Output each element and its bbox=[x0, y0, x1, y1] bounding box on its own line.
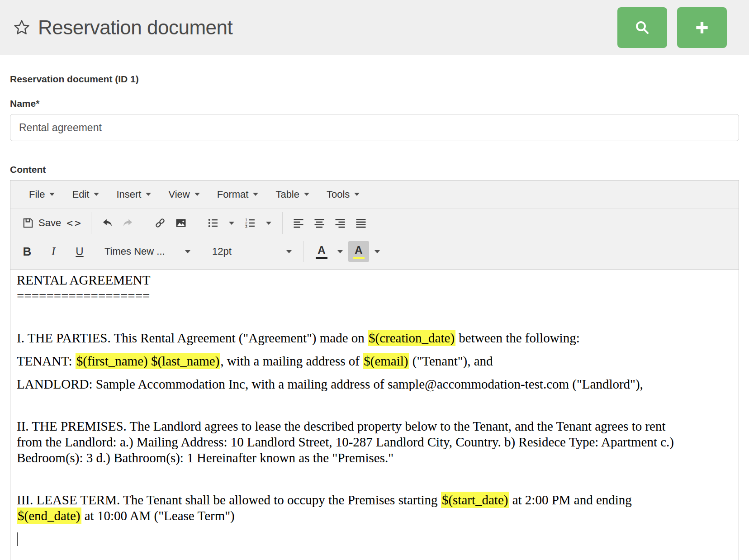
document-paragraph: I. THE PARTIES. This Rental Agreement ("… bbox=[17, 330, 684, 346]
menu-edit[interactable]: Edit bbox=[63, 180, 108, 208]
template-variable: $(email) bbox=[363, 353, 409, 369]
chevron-down-icon bbox=[304, 193, 309, 196]
editor-toolbar-row1: Save <> bbox=[10, 209, 739, 237]
document-paragraph bbox=[17, 311, 684, 323]
align-justify-icon bbox=[355, 217, 367, 229]
document-paragraph: ================== bbox=[17, 288, 684, 304]
document-text: between the following: bbox=[455, 331, 580, 345]
italic-button[interactable]: I bbox=[40, 241, 66, 262]
insert-link-button[interactable] bbox=[150, 213, 171, 233]
document-paragraph bbox=[17, 399, 684, 411]
chevron-down-icon bbox=[354, 193, 360, 196]
text-cursor bbox=[17, 532, 18, 546]
document-text: RENTAL AGREEMENT bbox=[17, 273, 150, 287]
svg-text:3: 3 bbox=[245, 224, 247, 229]
menu-table-label: Table bbox=[275, 189, 299, 200]
align-left-button[interactable] bbox=[288, 213, 309, 233]
menu-view-label: View bbox=[168, 189, 190, 200]
document-text: ================== bbox=[17, 289, 150, 303]
numbered-list-icon: 123 bbox=[244, 217, 256, 229]
chevron-down-icon bbox=[229, 222, 234, 225]
chevron-down-icon bbox=[374, 250, 380, 253]
redo-icon bbox=[122, 217, 134, 229]
menu-format-label: Format bbox=[217, 189, 249, 200]
background-color-swatch bbox=[353, 257, 365, 259]
save-button[interactable]: Save bbox=[19, 213, 64, 233]
page-header: Reservation document bbox=[0, 0, 749, 55]
bullet-list-dropdown[interactable] bbox=[223, 213, 240, 233]
toolbar-group-save: Save <> bbox=[14, 212, 91, 234]
document-paragraph: TENANT: $(first_name) $(last_name), with… bbox=[17, 353, 684, 369]
source-code-icon: <> bbox=[66, 217, 83, 229]
document-paragraph: LANDLORD: Sample Accommodation Inc, with… bbox=[17, 376, 684, 392]
menu-view[interactable]: View bbox=[160, 180, 208, 208]
favorite-toggle[interactable] bbox=[13, 19, 31, 37]
menu-insert[interactable]: Insert bbox=[108, 180, 160, 208]
document-text: , with a mailing address of bbox=[220, 354, 363, 368]
align-center-button[interactable] bbox=[309, 213, 330, 233]
add-button[interactable] bbox=[677, 7, 727, 48]
page-title: Reservation document bbox=[38, 16, 232, 39]
chevron-down-icon bbox=[49, 193, 55, 196]
toolbar-group-align bbox=[282, 212, 377, 234]
insert-image-button[interactable] bbox=[171, 213, 191, 233]
template-variable: $(end_date) bbox=[17, 508, 81, 524]
document-text: TENANT: bbox=[17, 354, 76, 368]
toolbar-separator bbox=[303, 241, 304, 262]
redo-button[interactable] bbox=[118, 213, 138, 233]
editor-toolbar-row2: B I U Times New ... 12pt A A bbox=[10, 237, 739, 269]
main-content: Reservation document (ID 1) Name* Conten… bbox=[0, 73, 749, 560]
font-family-select[interactable]: Times New ... bbox=[100, 241, 195, 262]
menu-file-label: File bbox=[29, 189, 45, 200]
header-actions bbox=[617, 7, 727, 48]
document-paragraph: II. THE PREMISES. The Landlord agrees to… bbox=[17, 418, 684, 466]
document-text: LANDLORD: Sample Accommodation Inc, with… bbox=[17, 377, 643, 391]
underline-button[interactable]: U bbox=[66, 241, 93, 262]
bullet-list-button[interactable] bbox=[203, 213, 223, 233]
text-color-button[interactable]: A bbox=[311, 241, 332, 262]
chevron-down-icon bbox=[337, 250, 343, 253]
document-text: ("Tenant"), and bbox=[409, 354, 493, 368]
template-variable: $(creation_date) bbox=[368, 330, 455, 346]
align-right-button[interactable] bbox=[330, 213, 351, 233]
background-color-button[interactable]: A bbox=[348, 241, 369, 262]
document-text: at 10:00 AM ("Lease Term") bbox=[81, 508, 235, 523]
document-paragraph: III. LEASE TERM. The Tenant shall be all… bbox=[17, 492, 684, 524]
undo-button[interactable] bbox=[97, 213, 118, 233]
background-color-dropdown[interactable] bbox=[369, 241, 385, 262]
font-family-value: Times New ... bbox=[104, 246, 165, 257]
rich-text-editor: File Edit Insert View Format Table Tools… bbox=[10, 180, 739, 560]
document-paragraph bbox=[17, 473, 684, 485]
editor-menubar: File Edit Insert View Format Table Tools bbox=[10, 180, 739, 209]
align-justify-button[interactable] bbox=[351, 213, 371, 233]
align-center-icon bbox=[313, 217, 326, 229]
document-text: I. THE PARTIES. This Rental Agreement ("… bbox=[17, 331, 368, 345]
menu-table[interactable]: Table bbox=[267, 180, 318, 208]
chevron-down-icon bbox=[185, 250, 190, 253]
toolbar-group-insert bbox=[144, 212, 197, 234]
save-button-label: Save bbox=[38, 217, 61, 229]
text-color-icon: A bbox=[318, 245, 325, 256]
menu-tools[interactable]: Tools bbox=[318, 180, 368, 208]
numbered-list-button[interactable]: 123 bbox=[240, 213, 261, 233]
document-text: II. THE PREMISES. The Landlord agrees to… bbox=[17, 419, 674, 465]
bullet-list-icon bbox=[207, 217, 219, 229]
document-body[interactable]: RENTAL AGREEMENT==================I. THE… bbox=[10, 269, 739, 560]
required-mark: * bbox=[36, 98, 39, 109]
text-color-dropdown[interactable] bbox=[332, 241, 348, 262]
link-icon bbox=[154, 217, 166, 229]
source-code-button[interactable]: <> bbox=[64, 213, 85, 233]
align-right-icon bbox=[334, 217, 346, 229]
search-button[interactable] bbox=[617, 7, 667, 48]
toolbar-group-lists: 123 bbox=[197, 212, 282, 234]
menu-insert-label: Insert bbox=[116, 189, 141, 200]
chevron-down-icon bbox=[94, 193, 99, 196]
menu-file[interactable]: File bbox=[20, 180, 63, 208]
menu-format[interactable]: Format bbox=[209, 180, 267, 208]
bold-button[interactable]: B bbox=[14, 241, 40, 262]
search-icon bbox=[634, 19, 650, 36]
name-input[interactable] bbox=[10, 114, 739, 141]
name-label-text: Name bbox=[10, 98, 36, 109]
font-size-select[interactable]: 12pt bbox=[208, 241, 296, 262]
numbered-list-dropdown[interactable] bbox=[261, 213, 277, 233]
